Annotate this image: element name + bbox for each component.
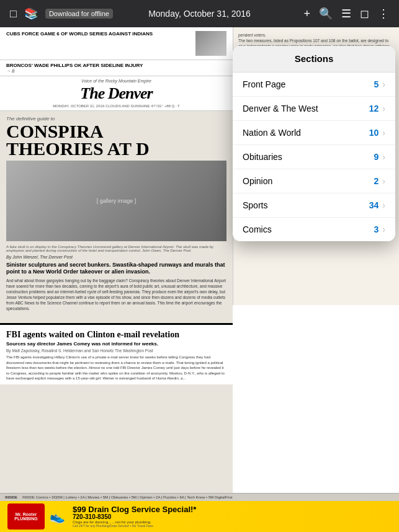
newspaper-date: MONDAY, OCTOBER 31, 2016 CLOUDS AND SUNS… [5,104,228,108]
conspiracy-body: And what about those gargoyles hanging o… [6,278,226,312]
section-label-opinion: Opinion [243,176,374,186]
inside-bar: INSIDE INSIDE Comics • 3D|5M | Lottery •… [0,493,399,501]
chevron-opinion-icon: › [382,176,385,186]
conspiracy-image: [ gallery image ] [6,161,226,241]
conspiracy-caption: A fake skull is on display in the Conspi… [6,245,226,252]
section-row-front-page[interactable]: Front Page 5 › [233,73,395,97]
browser-left-controls: □ 📚 Download for offline [10,7,113,20]
newspaper-header: Voice of the Rocky Mountain Empire The D… [0,76,233,111]
plus-icon[interactable]: + [303,7,310,20]
section-label-denver-west: Denver & The West [243,104,369,113]
conspiracy-subhead: Sinister sculptures and secret bunkers. … [6,262,226,276]
chevron-sports-icon: › [382,200,385,210]
section-row-obituaries[interactable]: Obituaries 9 › [233,145,395,169]
top-story-image [195,31,226,56]
browser-bar: □ 📚 Download for offline Monday, October… [0,0,399,27]
newspaper-background: CUBS FORCE GAME 6 OF WORLD SERIES AGAINS… [0,27,233,532]
section-label-obituaries: Obituaries [243,152,374,162]
ad-phone: 720-310-8350 [73,513,392,520]
offline-button[interactable]: Download for offline [45,9,113,19]
ad-content: $99 Drain Clog Service Special!* 720-310… [73,505,392,528]
section-row-opinion[interactable]: Opinion 2 › [233,169,395,193]
fbi-body: The FBI agents investigating Hillary Cli… [6,355,226,381]
newspaper-title: The Denver [5,84,228,103]
ad-shoe-area: 👟 [50,509,65,524]
inside-content: INSIDE Comics • 3D|5M | Lottery • 2A | M… [22,495,232,499]
cast-icon[interactable]: ◻ [360,7,369,20]
chevron-front-page-icon: › [382,79,385,89]
fbi-section: FBI agents waited on Clinton e-mail reve… [0,323,233,385]
conspiracy-byline: By John Wenzel, The Denver Post [6,255,226,259]
overlay-header: Sections [233,46,395,73]
section-count-nation-world: 10 [369,128,379,138]
ad-banner[interactable]: Mr. Rooter PLUMBING 👟 $99 Drain Clog Ser… [0,501,399,532]
fbi-byline: By Matt Zapotosky, Rosalind S. Helderman… [6,348,226,353]
search-icon[interactable]: 🔍 [319,7,333,20]
book-icon[interactable]: □ [10,7,17,20]
chevron-obituaries-icon: › [382,152,385,162]
section-row-denver-west[interactable]: Denver & The West 12 › [233,97,395,121]
section-count-obituaries: 9 [374,152,379,162]
ad-headline: $99 Drain Clog Service Special!* [73,505,392,513]
more-icon[interactable]: ⋮ [378,7,389,20]
content-area: CUBS FORCE GAME 6 OF WORLD SERIES AGAINS… [0,27,399,532]
section-row-sports[interactable]: Sports 34 › [233,193,395,218]
ad-logo: Mr. Rooter PLUMBING [7,503,45,530]
section-row-nation-world[interactable]: Nation & World 10 › [233,121,395,145]
overlay-title: Sections [295,53,334,64]
conspiracy-section: The definitive guide to CONSPIRA THEORIE… [0,111,233,321]
browser-date: Monday, October 31, 2016 [148,9,251,19]
shoe-icon: 👟 [50,509,65,524]
library-icon[interactable]: 📚 [24,7,38,20]
section-count-denver-west: 12 [369,104,379,113]
section-label-nation-world: Nation & World [243,128,369,138]
section-label-comics: Comics [243,224,374,234]
section-count-comics: 3 [374,224,379,234]
fbi-headline: FBI agents waited on Clinton e-mail reve… [6,330,226,340]
menu-icon[interactable]: ☰ [341,7,351,20]
ad-fine-print: Call 24/7 for any Plumbing/Drain Service… [73,524,392,528]
newspaper-subtitle: Voice of the Rocky Mountain Empire [5,79,228,83]
inside-label: INSIDE [5,495,17,499]
newspaper-top-bar-2: BRONCOS' WADE PHILLIPS OK AFTER SIDELINE… [0,60,233,76]
ad-logo-text: Mr. Rooter PLUMBING [7,512,45,521]
chevron-comics-icon: › [382,224,385,234]
conspiracy-title: CONSPIRA [6,123,226,141]
section-count-front-page: 5 [374,79,379,89]
newspaper-top-bar: CUBS FORCE GAME 6 OF WORLD SERIES AGAINS… [0,27,233,60]
section-count-sports: 34 [369,200,379,210]
chevron-denver-west-icon: › [382,104,385,113]
section-count-opinion: 2 [374,176,379,186]
section-label-sports: Sports [243,200,369,210]
section-row-comics[interactable]: Comics 3 › [233,218,395,241]
sections-overlay: Sections Front Page 5 › Denver & The Wes… [233,46,395,241]
chevron-nation-world-icon: › [382,128,385,138]
conspiracy-title-2: THEORIES AT D [6,140,226,158]
top-story-1: CUBS FORCE GAME 6 OF WORLD SERIES AGAINS… [6,31,189,37]
section-label-front-page: Front Page [243,79,374,89]
fbi-sub: Sources say director James Comey was not… [6,341,226,347]
browser-right-controls: + 🔍 ☰ ◻ ⋮ [303,7,389,20]
top-story-2: BRONCOS' WADE PHILLIPS OK AFTER SIDELINE… [6,63,226,69]
